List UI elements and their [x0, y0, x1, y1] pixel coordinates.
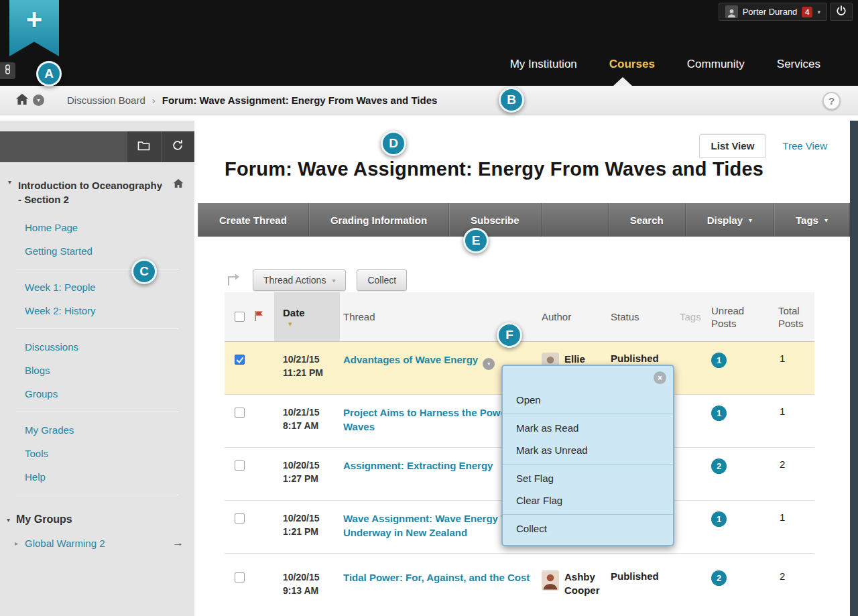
annotation-badge-e: E — [463, 228, 489, 253]
add-module-button[interactable]: + — [9, 0, 59, 56]
breadcrumb: Discussion Board › Forum: Wave Assignmen… — [67, 95, 437, 106]
help-button[interactable]: ? — [822, 92, 841, 110]
menu-item-open[interactable]: Open — [503, 389, 673, 411]
menu-item-mark-as-unread[interactable]: Mark as Unread — [503, 439, 673, 461]
course-home-icon[interactable] — [173, 178, 184, 191]
annotation-badge-b: B — [499, 87, 524, 113]
caret-down-icon: ▾ — [817, 9, 820, 15]
breadcrumb-expand-button[interactable]: ▾ — [33, 95, 44, 106]
thread-menu-button[interactable]: ▾ — [483, 358, 495, 370]
unread-count-badge[interactable]: 2 — [711, 458, 727, 474]
sidebar-item-home-page[interactable]: Home Page — [0, 216, 194, 239]
close-button[interactable]: × — [654, 371, 666, 384]
tree-view-tab[interactable]: Tree View — [782, 140, 827, 151]
row-checkbox[interactable] — [235, 572, 245, 582]
collapse-caret-icon[interactable]: ▾ — [7, 516, 10, 523]
sidebar-item-tools[interactable]: Tools — [0, 442, 194, 465]
view-toggle: List View Tree View — [699, 134, 827, 158]
breadcrumb-current-page: Forum: Wave Assignment: Energy From Wave… — [162, 95, 438, 106]
question-icon: ? — [829, 95, 835, 107]
unread-count-badge[interactable]: 1 — [711, 511, 727, 527]
course-menu-toolbar — [0, 131, 194, 162]
quick-links-button[interactable] — [0, 62, 15, 79]
column-header-date[interactable]: Date ▾ — [274, 292, 340, 341]
thread-date: 10/21/158:17 AM — [274, 406, 340, 432]
collapse-caret-icon[interactable]: ▾ — [8, 178, 11, 186]
tab-services[interactable]: Services — [777, 58, 820, 71]
collect-button[interactable]: Collect — [357, 269, 407, 291]
menu-item-mark-as-read[interactable]: Mark as Read — [503, 417, 673, 439]
sidebar-item-getting-started[interactable]: Getting Started — [0, 239, 194, 263]
course-header: ▾ Introduction to Oceanography - Section… — [0, 162, 194, 212]
sidebar-item-week2-history[interactable]: Week 2: History — [0, 299, 194, 322]
tags-menu-button[interactable]: Tags ▾ — [774, 203, 850, 237]
unread-count-badge[interactable]: 2 — [711, 570, 727, 586]
course-menu: ▾ Introduction to Oceanography - Section… — [0, 121, 194, 616]
active-tab-pointer — [613, 77, 632, 86]
thread-link[interactable]: Project Aims to Harness the Power of Wav… — [343, 407, 522, 432]
row-checkbox[interactable] — [235, 355, 245, 365]
row-checkbox[interactable] — [235, 408, 245, 418]
indent-arrow-icon — [225, 270, 242, 290]
sidebar-item-blogs[interactable]: Blogs — [0, 359, 194, 382]
thread-link[interactable]: Wave Assignment: Wave Energy Trials Unde… — [343, 513, 527, 538]
course-title: Introduction to Oceanography - Section 2 — [18, 178, 166, 206]
home-button[interactable] — [13, 92, 31, 109]
thread-actions-button[interactable]: Thread Actions ▾ — [253, 269, 346, 291]
action-bar-spacer — [542, 203, 609, 237]
breadcrumb-discussion-board[interactable]: Discussion Board — [67, 95, 145, 106]
display-menu-button[interactable]: Display ▾ — [686, 203, 774, 237]
subscribe-button[interactable]: Subscribe — [449, 203, 542, 237]
user-menu[interactable]: Porter Durand 4 ▾ — [719, 3, 827, 21]
list-view-tab[interactable]: List View — [699, 134, 767, 158]
thread-total-posts: 2 — [762, 458, 814, 470]
select-all-checkbox[interactable] — [235, 312, 245, 322]
sidebar-item-my-grades[interactable]: My Grades — [0, 418, 194, 442]
caret-down-icon: ▾ — [37, 97, 40, 103]
thread-link[interactable]: Tidal Power: For, Against, and the Cost — [343, 572, 530, 583]
top-bar: + Porter Durand 4 ▾ My Institution Cours… — [0, 0, 858, 86]
notification-count-badge: 4 — [802, 7, 812, 17]
tab-my-institution[interactable]: My Institution — [510, 58, 577, 71]
row-checkbox[interactable] — [235, 513, 245, 523]
context-menu-header: × — [503, 366, 673, 389]
thread-unread-cell: 2 — [702, 570, 762, 586]
expand-caret-icon[interactable]: ▸ — [15, 540, 18, 547]
breadcrumb-bar: ▾ Discussion Board › Forum: Wave Assignm… — [0, 86, 858, 115]
refresh-icon — [172, 139, 184, 154]
breadcrumb-separator-icon: › — [152, 95, 156, 106]
menu-item-collect[interactable]: Collect — [503, 517, 673, 540]
search-button[interactable]: Search — [609, 203, 686, 237]
create-thread-button[interactable]: Create Thread — [198, 203, 309, 237]
sidebar-item-groups[interactable]: Groups — [0, 382, 194, 406]
column-header-tags: Tags — [665, 311, 702, 322]
sidebar-item-help[interactable]: Help — [0, 465, 194, 489]
grading-information-button[interactable]: Grading Information — [309, 203, 449, 237]
folder-view-button[interactable] — [127, 131, 161, 162]
divider — [503, 414, 673, 414]
sidebar-item-week1-people[interactable]: Week 1: People — [0, 275, 194, 299]
thread-date: 10/20/159:13 AM — [274, 570, 340, 597]
unread-count-badge[interactable]: 1 — [711, 353, 727, 368]
tab-community[interactable]: Community — [687, 58, 745, 71]
refresh-button[interactable] — [161, 131, 195, 162]
flag-icon[interactable] — [254, 312, 264, 324]
sidebar-item-discussions[interactable]: Discussions — [0, 335, 194, 359]
row-checkbox[interactable] — [235, 460, 245, 471]
home-icon — [15, 93, 29, 108]
sidebar-item-global-warming-2[interactable]: Global Warming 2 — [25, 538, 172, 549]
menu-item-set-flag[interactable]: Set Flag — [503, 467, 673, 489]
annotation-badge-d: D — [381, 131, 406, 156]
logout-button[interactable] — [830, 3, 853, 21]
thread-unread-cell: 1 — [702, 353, 762, 368]
thread-link[interactable]: Assignment: Extracting Energy — [343, 460, 493, 471]
thread-status: Published — [601, 353, 665, 364]
course-menu-links: Home Page Getting Started Week 1: People… — [0, 212, 194, 495]
thread-link[interactable]: Advantages of Wave Energy — [343, 354, 478, 365]
thread-actions-label: Thread Actions — [263, 275, 326, 286]
tab-courses[interactable]: Courses — [609, 58, 655, 71]
author-name: Ashby Cooper — [564, 570, 601, 597]
unread-count-badge[interactable]: 1 — [711, 406, 727, 421]
menu-item-clear-flag[interactable]: Clear Flag — [503, 489, 673, 511]
search-label: Search — [630, 214, 664, 226]
